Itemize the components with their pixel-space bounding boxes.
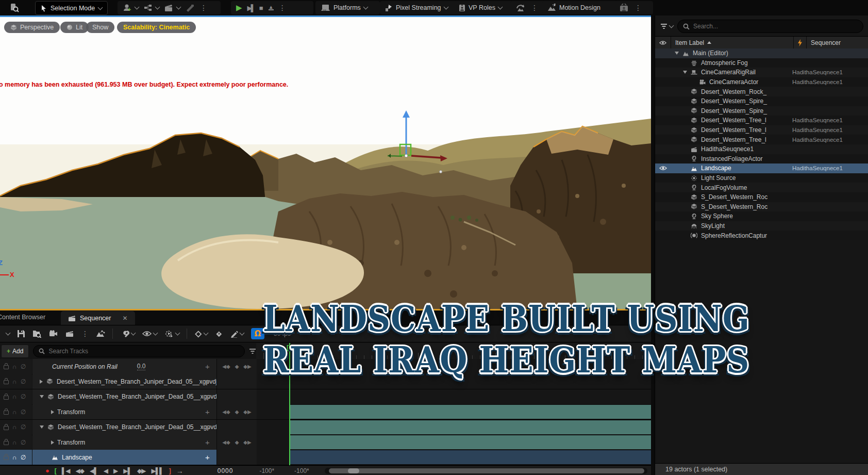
view-range-end[interactable]: -100*	[294, 467, 309, 474]
mute-headphones-icon[interactable]: ∩	[12, 423, 17, 431]
sequencer-track-row[interactable]: ∩∅Transform+◀◆◆◆▶	[0, 404, 651, 420]
outliner-row[interactable]: InstancedFoliageActor	[655, 154, 868, 164]
track-expander-icon[interactable]	[40, 380, 43, 384]
outliner-row[interactable]: CineCameraActorHadithaSeuqnece1	[655, 77, 868, 87]
record-button[interactable]: ●	[45, 467, 49, 474]
expander-arrow-icon[interactable]	[683, 71, 687, 74]
add-section-button[interactable]: +	[205, 404, 216, 419]
add-track-button[interactable]: + Add	[1, 345, 29, 358]
settings-wrench-icon[interactable]	[120, 330, 135, 338]
play-button[interactable]: ▶	[236, 3, 242, 12]
section-range-bar[interactable]	[290, 404, 651, 419]
close-icon[interactable]: ✕	[122, 315, 127, 322]
set-start-bracket-button[interactable]: [	[55, 467, 56, 474]
outliner-row[interactable]: SphereReflectionCaptur	[655, 231, 868, 240]
add-section-button[interactable]: +	[205, 420, 216, 435]
add-actor-button[interactable]: +	[123, 3, 139, 12]
keyframe-navigation[interactable]: ◀◆◆◆▶	[216, 435, 257, 450]
track-filter-icon[interactable]	[249, 348, 256, 354]
toolbar-collapse-icon[interactable]	[6, 331, 11, 336]
set-end-bracket-button[interactable]: ]	[169, 467, 171, 474]
keyframe-navigation[interactable]	[216, 374, 257, 389]
content-search-icon[interactable]	[9, 3, 20, 13]
track-timeline-section[interactable]	[257, 404, 651, 419]
play-options-icon[interactable]: ⋮	[279, 4, 286, 12]
lock-icon[interactable]	[4, 441, 9, 445]
browse-asset-icon[interactable]	[32, 330, 42, 338]
track-timeline-section[interactable]	[257, 450, 651, 465]
track-timeline-section[interactable]	[257, 420, 651, 435]
stop-button[interactable]: ■	[259, 4, 263, 12]
previous-key-button[interactable]: ◀◆	[76, 467, 84, 474]
frame-skip-button[interactable]: ▶▌	[247, 4, 254, 12]
outliner-row[interactable]: LandscapeHadithaSeuqnece1	[655, 163, 868, 173]
keyframe-navigation[interactable]: ◀◆◆◆▶	[216, 359, 257, 374]
track-value-field[interactable]: 0.0	[137, 363, 146, 370]
next-key-icon[interactable]: ◆▶	[243, 364, 251, 369]
visibility-column-header[interactable]	[655, 37, 671, 48]
sequencer-track-row[interactable]: ∩∅Desert_Western_Tree_Branch_Juniper_Dea…	[0, 420, 651, 435]
view-range-start[interactable]: -100*	[259, 467, 274, 474]
pixel-streaming-dropdown[interactable]: Pixel Streaming	[385, 4, 448, 12]
outliner-row[interactable]: S_Desert_Western_Roc	[655, 202, 868, 212]
section-range-bar[interactable]	[290, 420, 651, 434]
next-key-icon[interactable]: ◆▶	[243, 409, 251, 415]
lock-icon[interactable]	[4, 380, 9, 384]
outliner-search-input[interactable]: Search...	[677, 20, 863, 33]
add-key-icon[interactable]: ◆	[235, 364, 239, 369]
outliner-row[interactable]: S_Desert_Western_Roc	[655, 192, 868, 202]
play-reverse-button[interactable]: ◀	[104, 467, 108, 474]
prev-key-icon[interactable]: ◀◆	[222, 409, 230, 415]
lock-icon[interactable]	[4, 426, 9, 430]
solo-icon[interactable]: ∅	[21, 408, 26, 416]
edit-pencil-icon[interactable]	[230, 330, 244, 338]
mute-headphones-icon[interactable]: ∩	[12, 439, 17, 446]
sequencer-track-row[interactable]: ∩∅Landscape+	[0, 450, 651, 465]
solo-icon[interactable]: ∅	[21, 393, 26, 400]
item-label-column-header[interactable]: Item Label	[671, 37, 794, 48]
prev-key-icon[interactable]: ◀◆	[222, 364, 230, 369]
track-expander-icon[interactable]	[51, 440, 54, 445]
track-timeline-section[interactable]	[257, 389, 651, 404]
mute-headphones-icon[interactable]: ∩	[12, 378, 17, 385]
platforms-dropdown[interactable]: +o Platforms	[321, 4, 368, 11]
selection-mode-dropdown[interactable]: Selection Mode	[35, 1, 108, 15]
toolbar-overflow-icon[interactable]: ⋮	[200, 4, 207, 12]
step-back-button[interactable]: ◀▌	[90, 467, 98, 474]
track-expander-icon[interactable]	[40, 395, 44, 398]
outliner-row[interactable]: LocalFogVolume	[655, 183, 868, 192]
search-tracks-input[interactable]: Search Tracks	[33, 345, 245, 357]
track-expander-icon[interactable]	[40, 425, 44, 429]
step-forward-button[interactable]: ▶▌	[123, 467, 131, 474]
cinematics-button[interactable]	[164, 4, 180, 12]
mute-headphones-icon[interactable]: ∩	[12, 408, 17, 416]
sequencer-track-row[interactable]: ∩∅Desert_Western_Tree_Branch_Juniper_Dea…	[0, 389, 651, 405]
keyframe-navigation[interactable]: ◀◆◆◆▶	[216, 404, 257, 419]
tab-sequencer[interactable]: Sequencer ✕	[61, 311, 135, 325]
eye-visible-icon[interactable]	[655, 166, 671, 171]
3d-viewport[interactable]: Perspective Lit Show Scalability: Cinema…	[0, 15, 651, 310]
terrain-options-icon[interactable]: ⋮	[531, 4, 538, 12]
mute-headphones-icon[interactable]: ∩	[12, 393, 17, 400]
track-timeline-section[interactable]	[257, 435, 651, 450]
outliner-row[interactable]: SkyLight	[655, 221, 868, 231]
to-front-button[interactable]: ▌◀	[62, 467, 70, 474]
outliner-row[interactable]: Desert_Western_Spire_	[655, 96, 868, 106]
outliner-row[interactable]: Main (Editor)	[655, 48, 868, 58]
add-section-button[interactable]: +	[205, 389, 216, 404]
section-range-bar[interactable]	[290, 435, 651, 449]
next-key-button[interactable]: ◆▶	[137, 467, 145, 474]
lock-icon[interactable]	[4, 411, 9, 415]
lit-dropdown[interactable]: Lit	[60, 22, 89, 33]
sequencer-options-icon[interactable]: ⋮	[81, 330, 89, 338]
mute-headphones-icon[interactable]: ∩	[12, 454, 17, 461]
add-key-icon[interactable]: ◆	[235, 409, 239, 415]
vp-roles-dropdown[interactable]: VP Roles	[459, 4, 502, 12]
add-section-button[interactable]: +	[205, 450, 216, 465]
outliner-row[interactable]: CineCameraRigRailHadithaSeuqnece1	[655, 68, 868, 77]
timecode-display[interactable]: 0000	[218, 467, 233, 474]
sequence-clapper-icon[interactable]	[65, 330, 74, 337]
solo-icon[interactable]: ∅	[21, 423, 26, 431]
perspective-dropdown[interactable]: Perspective	[4, 22, 60, 33]
show-dropdown[interactable]: Show	[86, 22, 114, 33]
